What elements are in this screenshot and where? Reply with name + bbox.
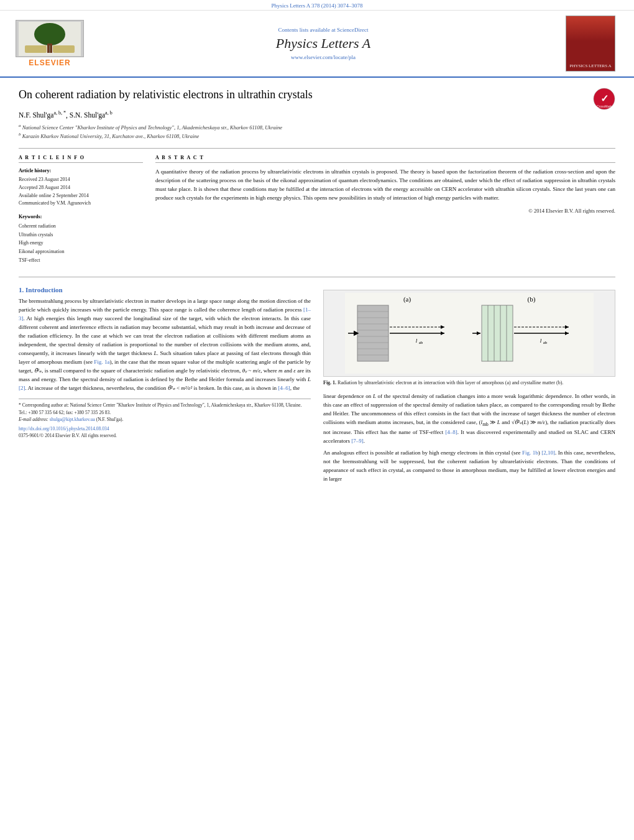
journal-url[interactable]: www.elsevier.com/locate/pla	[93, 54, 553, 60]
keyword-4: Eikonal approximation	[19, 247, 143, 256]
aff-b-text: Karazin Kharkov National University, 31,…	[22, 133, 200, 139]
keyword-2: Ultrathin crystals	[19, 231, 143, 239]
left-column: 1. Introduction The bremsstrahlung proce…	[19, 284, 311, 487]
intro-para-1: The bremsstrahlung process by ultrarelat…	[19, 297, 311, 392]
section-1-heading: 1. Introduction	[19, 286, 311, 293]
abstract-text: A quantitative theory of the radiation p…	[155, 168, 615, 203]
journal-center: Contents lists available at ScienceDirec…	[93, 27, 553, 60]
journal-cover-image: PHYSICS LETTERS A	[566, 16, 615, 72]
svg-rect-28	[482, 305, 513, 361]
keyword-3: High energy	[19, 239, 143, 247]
svg-rect-3	[25, 45, 47, 53]
right-column: (a) (b)	[323, 284, 615, 487]
contents-line: Contents lists available at ScienceDirec…	[93, 27, 553, 33]
ref-1-3: [1–3]	[19, 307, 311, 321]
svg-text:CrossMark: CrossMark	[597, 104, 612, 108]
aff-a-text: National Science Center "Kharkov Institu…	[22, 124, 282, 131]
cover-label: PHYSICS LETTERS A	[570, 63, 612, 68]
ref-fig1a: Fig. 1a	[94, 359, 109, 365]
svg-text:(a): (a)	[403, 295, 411, 303]
figure-1: (a) (b)	[323, 290, 615, 386]
figure-1-image: (a) (b)	[323, 290, 615, 377]
contents-prefix: Contents lists available at	[278, 27, 337, 33]
authors-line: N.F. Shul'gaa, b, *, S.N. Shul'gaa, b	[19, 110, 615, 119]
right-para-1: linear dependence on L of the spectral d…	[323, 392, 615, 445]
section-1-title: Introduction	[25, 286, 63, 293]
svg-text:✓: ✓	[600, 93, 609, 104]
article-meta: A R T I C L E I N F O Article history: R…	[19, 155, 615, 264]
journal-citation: Physics Letters A 378 (2014) 3074–3078	[271, 2, 362, 9]
footnote-star: * Corresponding author at: National Scie…	[19, 402, 311, 416]
email-link[interactable]: shulga@kipt.kharkov.ua	[50, 417, 95, 422]
abstract-label: A B S T R A C T	[155, 155, 615, 163]
ref-2-10: [2,10]	[541, 450, 555, 456]
affiliations: a National Science Center "Kharkov Insti…	[19, 122, 615, 141]
svg-point-1	[34, 23, 65, 45]
affiliation-b: b Karazin Kharkov National University, 3…	[19, 131, 615, 141]
svg-text:(b): (b)	[528, 295, 536, 303]
ref-4-8: [4–8]	[445, 429, 457, 435]
logo-image	[16, 20, 84, 57]
journal-title: Physics Letters A	[93, 35, 553, 52]
article-title: On coherent radiation by relativistic el…	[19, 88, 587, 102]
sciencedirect-link[interactable]: ScienceDirect	[337, 27, 368, 33]
keyword-5: TSF-effect	[19, 256, 143, 265]
journal-info-bar: Physics Letters A 378 (2014) 3074–3078	[0, 0, 634, 11]
journal-header: ELSEVIER Contents lists available at Sci…	[0, 11, 634, 78]
aff-b-label: b	[19, 132, 21, 137]
received-date: Received 23 August 2014	[19, 176, 143, 184]
author2-affiliation: a, b	[105, 110, 113, 116]
elsevier-logo: ELSEVIER	[12, 20, 87, 67]
ref-fig1b: Fig. 1b	[522, 450, 538, 456]
communicated-by: Communicated by V.M. Agranovich	[19, 200, 143, 208]
footnote-issn: 0375-9601/© 2014 Elsevier B.V. All right…	[19, 432, 311, 439]
main-content: 1. Introduction The bremsstrahlung proce…	[19, 284, 615, 487]
divider-1	[19, 148, 615, 149]
author2-name: , S.N. Shul'ga	[66, 111, 105, 119]
svg-text:ab: ab	[419, 340, 423, 345]
aff-a-label: a	[19, 123, 21, 128]
keywords-title: Keywords:	[19, 214, 143, 219]
copyright: © 2014 Elsevier B.V. All rights reserved…	[155, 208, 615, 214]
article-info: A R T I C L E I N F O Article history: R…	[19, 155, 143, 264]
crossmark-icon[interactable]: ✓ CrossMark	[593, 88, 615, 110]
history-label: Article history:	[19, 168, 143, 173]
svg-text:ab: ab	[543, 340, 548, 345]
abstract-section: A B S T R A C T A quantitative theory of…	[155, 155, 615, 264]
footnote-area: * Corresponding author at: National Scie…	[19, 399, 311, 439]
accepted-date: Accepted 28 August 2014	[19, 184, 143, 192]
footnote-doi[interactable]: http://dx.doi.org/10.1016/j.physleta.201…	[19, 425, 311, 432]
right-para-2: An analogous effect is possible at radia…	[323, 449, 615, 484]
ref-7-9: [7–9]	[351, 438, 364, 444]
keyword-1: Coherent radiation	[19, 222, 143, 231]
available-online-date: Available online 2 September 2014	[19, 192, 143, 200]
svg-rect-12	[357, 305, 388, 361]
figure-1-caption: Fig. 1. Radiation by ultrarelativistic e…	[323, 379, 615, 386]
ref-2: [2]	[19, 385, 25, 391]
divider-2	[19, 277, 615, 277]
author1-affiliation: a, b, *	[53, 110, 66, 116]
figure-1-label: Fig. 1.	[323, 380, 336, 385]
title-row: On coherent radiation by relativistic el…	[19, 88, 615, 110]
author1-name: N.F. Shul'ga	[19, 111, 53, 119]
journal-right: PHYSICS LETTERS A	[559, 16, 622, 72]
svg-rect-4	[53, 45, 75, 53]
section-1-number: 1.	[19, 286, 25, 293]
ref-4-6: [4–6]	[278, 385, 290, 391]
doi-link[interactable]: http://dx.doi.org/10.1016/j.physleta.201…	[19, 426, 109, 432]
figure-1-caption-text: Radiation by ultrarelativistic electron …	[338, 380, 563, 385]
elsevier-text: ELSEVIER	[29, 58, 70, 67]
article-body: On coherent radiation by relativistic el…	[0, 78, 634, 500]
article-info-label: A R T I C L E I N F O	[19, 155, 143, 163]
footnote-email: E-mail address: shulga@kipt.kharkov.ua (…	[19, 416, 311, 423]
affiliation-a: a National Science Center "Kharkov Insti…	[19, 122, 615, 132]
